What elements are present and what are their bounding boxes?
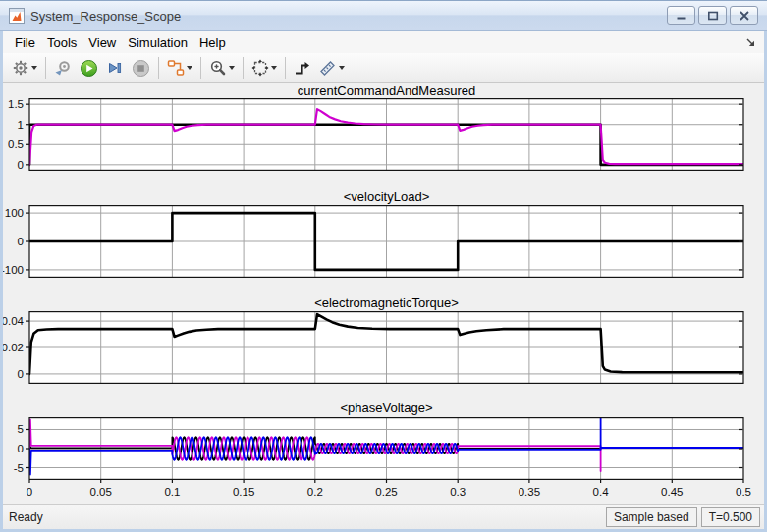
chevron-down-icon	[339, 66, 345, 70]
svg-text:0.35: 0.35	[519, 486, 540, 498]
svg-text:0: 0	[18, 159, 24, 171]
simulink-blocks-icon	[167, 59, 185, 77]
statusbar: Ready Sample based T=0.500	[3, 504, 764, 529]
toolbar-separator	[285, 57, 286, 79]
zoom-button[interactable]	[206, 56, 238, 80]
plot-title-current: currentCommandAndMeasured	[29, 83, 743, 98]
triggers-button[interactable]	[291, 56, 314, 80]
svg-text:100: 100	[5, 207, 24, 219]
svg-text:0: 0	[27, 486, 32, 498]
stop-button[interactable]	[129, 56, 153, 80]
minimize-icon	[676, 11, 687, 21]
status-sample-mode: Sample based	[606, 507, 697, 527]
svg-text:1: 1	[18, 119, 24, 131]
svg-text:0.1: 0.1	[164, 486, 180, 498]
fit-to-view-button[interactable]	[248, 56, 280, 80]
maximize-button[interactable]	[698, 6, 727, 25]
menubar: File Tools View Simulation Help	[3, 31, 764, 53]
highlight-simulink-block-button[interactable]	[164, 56, 195, 80]
svg-text:0.05: 0.05	[90, 486, 112, 498]
svg-text:0.5: 0.5	[8, 138, 24, 150]
svg-text:0.15: 0.15	[233, 486, 254, 498]
chevron-down-icon	[271, 66, 277, 70]
toolbar	[3, 53, 764, 83]
zoom-in-icon	[209, 59, 227, 77]
svg-text:0.25: 0.25	[375, 486, 397, 498]
measurements-icon	[319, 59, 337, 77]
scope-window: System_Response_Scope File Tools View Si…	[0, 0, 767, 532]
scope-parameters-button[interactable]	[9, 56, 40, 80]
plot-title-phase-voltage: <phaseVoltage>	[29, 400, 743, 415]
toolbar-separator	[243, 57, 244, 79]
menu-help[interactable]: Help	[199, 35, 226, 50]
window-title: System_Response_Scope	[30, 9, 181, 24]
gear-icon	[12, 59, 29, 77]
svg-text:5: 5	[18, 423, 24, 435]
status-ready: Ready	[9, 510, 43, 524]
toolbar-separator	[158, 57, 159, 79]
menu-simulation[interactable]: Simulation	[128, 35, 188, 50]
svg-text:-100: -100	[3, 264, 24, 276]
svg-text:0.4: 0.4	[593, 486, 610, 498]
measurements-button[interactable]	[316, 56, 348, 80]
run-icon	[80, 59, 98, 78]
svg-text:-5: -5	[14, 462, 24, 474]
svg-text:0.04: 0.04	[3, 315, 25, 327]
chevron-down-icon	[229, 66, 235, 70]
run-button[interactable]	[77, 56, 101, 80]
close-icon	[739, 11, 750, 21]
dock-arrow-icon[interactable]	[744, 36, 756, 51]
axes-velocity-load[interactable]: -1000100	[3, 205, 764, 278]
svg-text:0: 0	[18, 368, 24, 380]
fit-to-view-icon	[251, 59, 269, 77]
minimize-button[interactable]	[667, 6, 695, 25]
step-forward-button[interactable]	[103, 56, 127, 80]
svg-text:0.45: 0.45	[661, 486, 683, 498]
svg-text:0.02: 0.02	[3, 342, 24, 353]
step-forward-icon	[106, 59, 124, 77]
svg-text:0: 0	[18, 236, 24, 247]
plot-title-velocity: <velocityLoad>	[29, 189, 743, 204]
axes-electromagnetic-torque[interactable]: 00.020.04	[3, 311, 764, 384]
matlab-scope-icon	[9, 8, 25, 24]
svg-text:0.2: 0.2	[307, 486, 323, 498]
trigger-icon	[294, 59, 311, 77]
status-time: T=0.500	[701, 507, 760, 527]
svg-text:0: 0	[18, 443, 24, 454]
status-right-panel: Sample based T=0.500	[602, 507, 760, 527]
menu-tools[interactable]: Tools	[47, 35, 77, 50]
menu-file[interactable]: File	[15, 35, 35, 50]
toolbar-separator	[200, 57, 201, 79]
close-button[interactable]	[730, 6, 758, 25]
axes-current-command-and-measured[interactable]: 00.511.5	[3, 98, 764, 171]
titlebar[interactable]: System_Response_Scope	[0, 0, 767, 31]
svg-text:0.5: 0.5	[736, 486, 751, 498]
toolbar-separator	[45, 57, 46, 79]
axes-phase-voltage[interactable]: -50500.050.10.150.20.250.30.350.40.450.5	[3, 417, 764, 502]
step-back-button[interactable]	[51, 56, 75, 80]
chevron-down-icon	[187, 66, 192, 70]
chevron-down-icon	[31, 66, 37, 70]
stop-icon	[132, 59, 150, 78]
svg-text:0.3: 0.3	[450, 486, 466, 498]
maximize-icon	[707, 11, 719, 21]
svg-text:1.5: 1.5	[8, 98, 24, 110]
step-back-icon	[54, 59, 72, 77]
menu-view[interactable]: View	[88, 35, 116, 50]
scope-canvas: currentCommandAndMeasured 00.511.5 <velo…	[3, 83, 764, 504]
plot-title-torque: <electromagneticTorque>	[29, 295, 743, 310]
window-controls	[664, 6, 758, 25]
